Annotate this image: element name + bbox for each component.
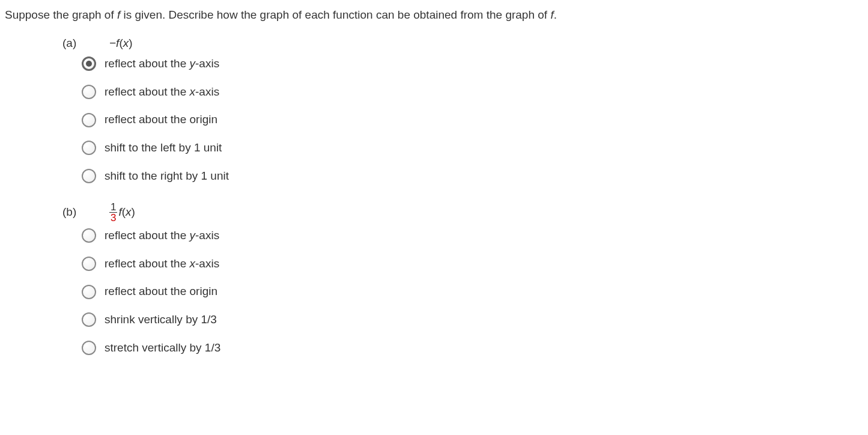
part-b-label: (b) — [62, 204, 109, 221]
opt-post: -axis — [195, 85, 219, 98]
expr-x: x — [126, 205, 132, 218]
opt-pre: stretch vertically by 1/3 — [105, 341, 220, 354]
fraction-denominator: 3 — [109, 213, 117, 223]
part-b-header: (b) 1 3 f(x) — [62, 202, 863, 223]
radio-icon — [82, 257, 96, 271]
opt-pre: reflect about the origin — [105, 285, 217, 297]
radio-icon — [82, 169, 96, 183]
part-a-option-3[interactable]: reflect about the origin — [82, 112, 863, 128]
part-a-label: (a) — [62, 35, 109, 52]
part-b-option-2[interactable]: reflect about the x-axis — [82, 256, 863, 272]
expr-close: ) — [132, 205, 135, 218]
question-intro: Suppose the graph of f is given. Describ… — [5, 7, 863, 23]
opt-pre: shift to the right by 1 unit — [105, 169, 229, 182]
opt-pre: reflect about the — [105, 85, 190, 98]
opt-post: -axis — [195, 57, 219, 70]
radio-icon — [82, 285, 96, 299]
radio-icon — [82, 312, 96, 327]
fraction-numerator: 1 — [109, 202, 117, 213]
expr-x: x — [123, 37, 129, 49]
part-a-expression: −f(x) — [109, 35, 133, 52]
option-label: reflect about the x-axis — [105, 84, 219, 100]
intro-text-pre: Suppose the graph of — [5, 8, 117, 21]
part-a-option-4[interactable]: shift to the left by 1 unit — [82, 140, 863, 156]
option-label: reflect about the origin — [105, 112, 217, 128]
opt-pre: reflect about the — [105, 229, 190, 242]
opt-pre: shift to the left by 1 unit — [105, 141, 222, 154]
intro-text-mid: is given. Describe how the graph of each… — [120, 8, 550, 21]
radio-icon — [82, 341, 96, 355]
part-a-option-1[interactable]: reflect about the y-axis — [82, 56, 863, 72]
option-label: reflect about the y-axis — [105, 56, 219, 72]
opt-var: y — [190, 57, 196, 70]
opt-var: x — [190, 257, 196, 270]
part-b-option-4[interactable]: shrink vertically by 1/3 — [82, 312, 863, 328]
fraction-one-third: 1 3 — [109, 202, 117, 223]
part-a-option-2[interactable]: reflect about the x-axis — [82, 84, 863, 100]
radio-icon — [82, 113, 96, 127]
option-label: shift to the right by 1 unit — [105, 168, 229, 184]
expr-minus: − — [109, 37, 116, 49]
radio-icon — [82, 228, 96, 243]
option-label: reflect about the origin — [105, 284, 217, 300]
opt-post: -axis — [195, 257, 219, 270]
part-b-option-5[interactable]: stretch vertically by 1/3 — [82, 340, 863, 356]
opt-pre: shrink vertically by 1/3 — [105, 313, 217, 326]
part-b-option-3[interactable]: reflect about the origin — [82, 284, 863, 300]
radio-icon — [82, 85, 96, 99]
opt-pre: reflect about the origin — [105, 113, 217, 126]
opt-pre: reflect about the — [105, 57, 190, 70]
expr-close: ) — [129, 37, 132, 49]
part-a-option-5[interactable]: shift to the right by 1 unit — [82, 168, 863, 184]
part-b-option-1[interactable]: reflect about the y-axis — [82, 228, 863, 244]
part-a-header: (a) −f(x) — [62, 35, 863, 52]
option-label: stretch vertically by 1/3 — [105, 340, 220, 356]
opt-pre: reflect about the — [105, 257, 190, 270]
radio-icon — [82, 141, 96, 155]
option-label: reflect about the y-axis — [105, 228, 219, 244]
intro-text-post: . — [554, 8, 557, 21]
option-label: shrink vertically by 1/3 — [105, 312, 217, 328]
part-b-expression: 1 3 f(x) — [109, 202, 135, 223]
part-a: (a) −f(x) reflect about the y-axis refle… — [62, 35, 863, 184]
opt-var: y — [190, 229, 196, 242]
opt-var: x — [190, 85, 196, 98]
part-b: (b) 1 3 f(x) reflect about the y-axis re… — [62, 202, 863, 356]
option-label: shift to the left by 1 unit — [105, 140, 222, 156]
radio-icon — [82, 56, 96, 71]
opt-post: -axis — [195, 229, 219, 242]
option-label: reflect about the x-axis — [105, 256, 219, 272]
